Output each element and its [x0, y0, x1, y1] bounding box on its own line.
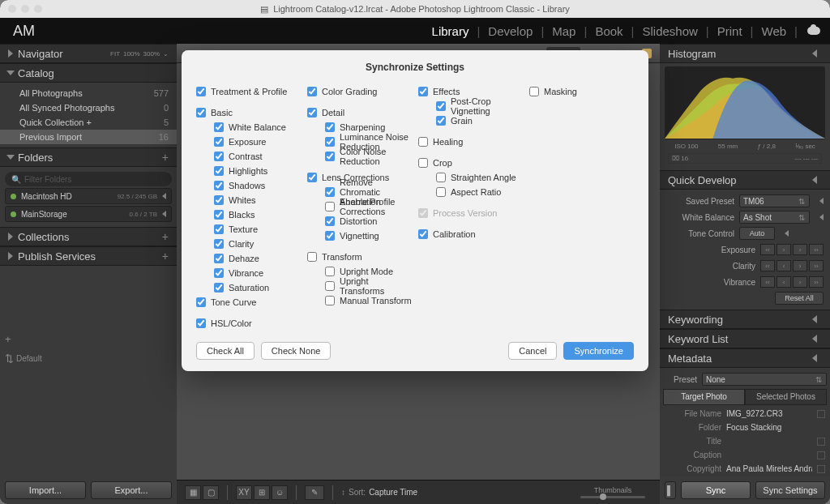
catalog-header[interactable]: Catalog	[0, 63, 177, 83]
check-all-button[interactable]: Check All	[196, 342, 255, 360]
sync-option[interactable]: Aspect Ratio	[418, 185, 523, 199]
catalog-item[interactable]: Quick Collection +5	[0, 115, 177, 130]
navigator-header[interactable]: Navigator FIT100%300%⌄	[0, 44, 177, 63]
sync-option[interactable]: Exposure	[196, 135, 301, 149]
sync-option[interactable]: Transform	[307, 250, 412, 264]
metadata-row: FolderFocus Stacking	[660, 421, 830, 434]
synchronize-settings-dialog: Synchronize Settings Treatment & Profile…	[182, 50, 648, 371]
module-book[interactable]: Book	[590, 24, 627, 38]
window-icon: ▤	[260, 4, 268, 15]
keyword-list-header[interactable]: Keyword List+	[660, 329, 830, 348]
sync-option[interactable]: Color Grading	[307, 84, 412, 99]
catalog-item[interactable]: All Synced Photographs0	[0, 100, 177, 115]
sync-option[interactable]: Whites	[196, 193, 301, 207]
sync-option[interactable]: Blacks	[196, 207, 301, 222]
disk-item[interactable]: Macintosh HD92.5 / 245 GB	[5, 188, 172, 204]
sync-option[interactable]: Texture	[196, 222, 301, 237]
grid-view-button[interactable]: ▦	[185, 485, 201, 500]
publish-header[interactable]: Publish Services+	[0, 246, 177, 266]
sync-option[interactable]: Basic	[196, 105, 301, 120]
module-web[interactable]: Web	[757, 24, 792, 38]
sync-option[interactable]: Calibration	[418, 227, 523, 241]
sync-option[interactable]: Vignetting	[307, 229, 412, 243]
edit-icon[interactable]	[817, 438, 825, 446]
painter-icon[interactable]: ✎	[305, 485, 324, 500]
export-button[interactable]: Export...	[91, 481, 172, 499]
histogram[interactable]	[665, 66, 825, 139]
cloud-icon[interactable]	[807, 27, 820, 35]
tab-selected-photos[interactable]: Selected Photos	[745, 389, 827, 405]
tab-target-photo[interactable]: Target Photo	[663, 389, 745, 405]
module-picker: Library| Develop| Map| Book| Slideshow| …	[427, 24, 820, 38]
sync-option[interactable]: Healing	[418, 135, 523, 149]
reset-all-button[interactable]: Reset All	[775, 292, 824, 305]
sync-option[interactable]: Color Noise Reduction	[307, 149, 412, 164]
folders-header[interactable]: Folders+	[0, 147, 177, 167]
titlebar: ▤Lightroom Catalog-v12.lrcat - Adobe Pho…	[0, 0, 830, 18]
sync-option[interactable]: White Balance	[196, 120, 301, 135]
sync-option[interactable]: Manual Transform	[307, 293, 412, 308]
synchronize-button[interactable]: Synchronize	[563, 342, 634, 360]
sync-toggle-icon[interactable]: ▌	[665, 481, 676, 499]
module-library[interactable]: Library	[427, 24, 474, 38]
module-map[interactable]: Map	[547, 24, 580, 38]
cancel-button[interactable]: Cancel	[508, 342, 557, 360]
sync-settings-button[interactable]: Sync Settings	[755, 481, 825, 499]
minimize-icon[interactable]	[21, 5, 29, 13]
sync-option[interactable]: Clarity	[196, 237, 301, 251]
thumbnail-size-slider[interactable]: Thumbnails	[580, 486, 645, 498]
identity-plate[interactable]: AM	[13, 23, 35, 40]
close-icon[interactable]	[8, 5, 16, 13]
sync-option[interactable]: Saturation	[196, 280, 301, 295]
metadata-row: Title	[660, 434, 830, 448]
sync-option[interactable]: Dehaze	[196, 251, 301, 266]
saved-preset-dropdown[interactable]: TM06⇅	[739, 194, 810, 207]
white-balance-dropdown[interactable]: As Shot⇅	[739, 211, 810, 224]
sync-option[interactable]: Masking	[529, 84, 634, 99]
sync-option[interactable]: Post-Crop Vignetting	[418, 99, 523, 113]
edit-icon[interactable]	[817, 465, 825, 473]
histogram-header[interactable]: Histogram	[660, 44, 830, 63]
catalog-item[interactable]: Previous Import16	[0, 130, 177, 144]
sync-option[interactable]: Shadows	[196, 178, 301, 193]
module-print[interactable]: Print	[712, 24, 747, 38]
sort-value[interactable]: Capture Time	[369, 488, 417, 497]
disk-item[interactable]: MainStorage0.6 / 2 TB	[5, 206, 172, 222]
check-none-button[interactable]: Check None	[261, 342, 332, 360]
import-button[interactable]: Import...	[5, 481, 86, 499]
auto-tone-button[interactable]: Auto	[739, 227, 775, 240]
collections-header[interactable]: Collections+	[0, 227, 177, 246]
bottom-toolbar: ▦ ▢ XY ⊞ ☺ ✎ ↕ Sort: Capture Time	[177, 480, 660, 504]
sync-option[interactable]: HSL/Color	[196, 316, 301, 331]
sync-option[interactable]: Treatment & Profile	[196, 84, 301, 99]
survey-view-button[interactable]: ⊞	[254, 485, 270, 500]
sync-option[interactable]: Upright Transforms	[307, 279, 412, 293]
module-slideshow[interactable]: Slideshow	[637, 24, 702, 38]
edit-icon[interactable]	[817, 410, 825, 418]
people-view-button[interactable]: ☺	[272, 485, 288, 500]
sort-direction-icon[interactable]: ↕	[341, 488, 345, 497]
quick-develop-header[interactable]: Quick Develop	[660, 170, 830, 190]
sync-option[interactable]: Tone Curve	[196, 295, 301, 310]
dialog-title: Synchronize Settings	[196, 62, 634, 73]
window-title: Lightroom Catalog-v12.lrcat - Adobe Phot…	[273, 4, 570, 14]
sync-option[interactable]: Contrast	[196, 149, 301, 164]
metadata-header[interactable]: MetadataDefault⇅	[660, 348, 830, 368]
sync-option[interactable]: Highlights	[196, 164, 301, 178]
catalog-item[interactable]: All Photographs577	[0, 86, 177, 100]
sync-option[interactable]: Detail	[307, 105, 412, 120]
maximize-icon[interactable]	[34, 5, 42, 13]
metadata-preset-dropdown[interactable]: None⇅	[702, 373, 827, 386]
sync-button[interactable]: Sync	[681, 481, 751, 499]
sync-option[interactable]: Vibrance	[196, 266, 301, 280]
compare-view-button[interactable]: XY	[236, 485, 252, 500]
sync-option[interactable]: Enable Profile Corrections	[307, 199, 412, 214]
keywording-header[interactable]: Keywording	[660, 310, 830, 329]
folder-filter-input[interactable]: 🔍 Filter Folders	[5, 172, 172, 186]
sync-option[interactable]: Crop	[418, 156, 523, 170]
sync-option[interactable]: Straighten Angle	[418, 170, 523, 185]
module-develop[interactable]: Develop	[483, 24, 537, 38]
metadata-row: Caption	[660, 448, 830, 462]
edit-icon[interactable]	[817, 451, 825, 459]
loupe-view-button[interactable]: ▢	[203, 485, 219, 500]
